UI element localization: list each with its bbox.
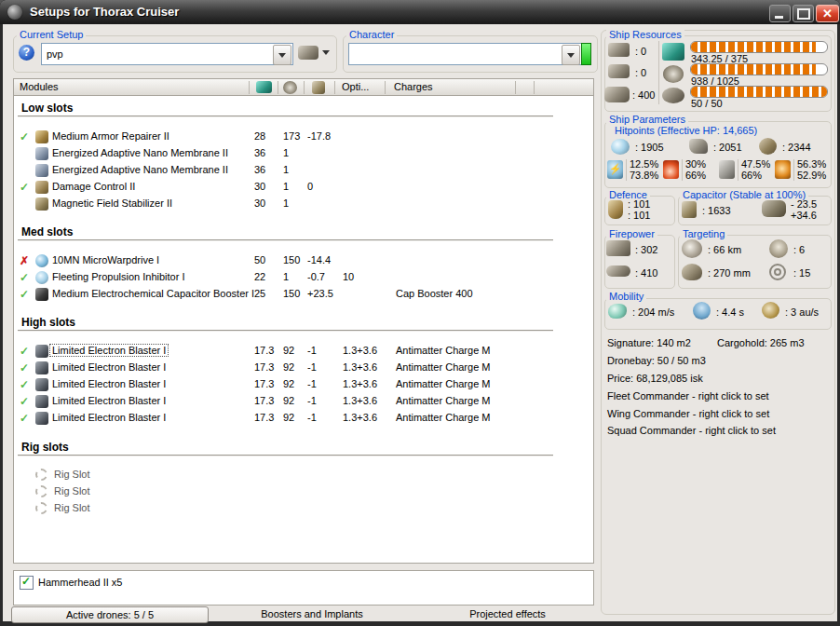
module-name: Medium Electrochemical Capacitor Booster… xyxy=(52,288,254,299)
module-row[interactable]: Medium Armor Repairer II 28 173 -17.8 xyxy=(14,129,591,145)
calibration-bar xyxy=(690,86,828,98)
character-label: Character xyxy=(346,29,397,40)
module-row[interactable]: Limited Electron Blaster I 17.3 92 -1 1.… xyxy=(14,376,591,393)
module-name: Limited Electron Blaster I xyxy=(52,412,166,423)
module-row[interactable]: Magnetic Field Stabilizer II 30 1 xyxy=(14,196,591,212)
active-check-icon xyxy=(20,181,31,194)
tab-boosters-implants[interactable]: Boosters and Implants xyxy=(224,608,400,619)
module-row[interactable]: Energized Adaptive Nano Membrane II 36 1 xyxy=(14,145,591,162)
ammo-icon xyxy=(604,87,630,102)
close-button[interactable] xyxy=(816,5,839,22)
drones-list[interactable]: Hammerhead II x5 xyxy=(13,570,594,606)
module-optimal: 1.3+3.6 xyxy=(343,412,377,423)
module-name: Limited Electron Blaster I xyxy=(52,395,166,406)
ship-menu-button[interactable] xyxy=(296,43,332,64)
ship-resources-label: Ship Resources xyxy=(606,29,684,40)
module-name: Energized Adaptive Nano Membrane II xyxy=(52,147,228,158)
modules-list[interactable]: Low slots Medium Armor Repairer II 28 17… xyxy=(13,95,594,564)
module-pg: 150 xyxy=(283,288,300,299)
modules-header[interactable]: Modules Opti... Charges xyxy=(13,78,594,96)
module-cap: -1 xyxy=(307,412,317,423)
powergrid-column-icon xyxy=(283,81,297,94)
module-charge: Antimatter Charge M xyxy=(396,412,490,423)
module-cap: 0 xyxy=(307,181,313,192)
squad-commander-info[interactable]: Squad Commander - right click to set xyxy=(607,425,776,436)
defence-shield-icon xyxy=(608,200,623,219)
module-optimal: 1.3+3.6 xyxy=(343,361,377,373)
module-pg: 1 xyxy=(283,181,289,192)
cpu-bar xyxy=(690,41,828,53)
module-optimal: 1.3+3.6 xyxy=(343,378,377,389)
turret-dps-icon xyxy=(606,240,630,256)
powergrid-icon xyxy=(663,65,684,83)
volley-icon xyxy=(606,265,630,277)
module-cpu: 17.3 xyxy=(254,378,274,389)
module-cpu: 36 xyxy=(254,147,265,158)
nano-membrane-icon xyxy=(35,147,48,160)
title-bar[interactable]: Setups for Thorax Cruiser xyxy=(0,0,840,24)
rig-slot-label: Rig Slot xyxy=(54,502,90,513)
module-row[interactable]: Fleeting Propulsion Inhibitor I 22 1 -0.… xyxy=(14,269,591,286)
module-row[interactable]: Limited Electron Blaster I 17.3 92 -1 1.… xyxy=(14,360,591,376)
armor-hp: : 2051 xyxy=(713,142,742,153)
tab-active-drones[interactable]: Active drones: 5 / 5 xyxy=(11,606,209,623)
shield-hp: : 1905 xyxy=(635,142,664,153)
module-optimal: 10 xyxy=(343,271,354,282)
fleet-commander-info[interactable]: Fleet Commander - right click to set xyxy=(607,390,769,401)
blaster-icon xyxy=(35,412,48,425)
module-cap: -17.8 xyxy=(307,130,331,142)
chevron-down-icon[interactable] xyxy=(562,45,580,65)
module-name: Limited Electron Blaster I xyxy=(52,361,166,373)
rig-slot-row[interactable]: Rig Slot xyxy=(14,500,591,517)
help-icon[interactable] xyxy=(19,45,34,61)
module-cpu: 17.3 xyxy=(254,345,274,356)
module-name: Limited Electron Blaster I xyxy=(50,345,168,356)
scan-resolution: : 270 mm xyxy=(708,267,751,279)
tab-projected-effects[interactable]: Projected effects xyxy=(428,608,587,619)
module-row[interactable]: Limited Electron Blaster I 17.3 92 -1 1.… xyxy=(14,410,591,427)
section-title-low-slots: Low slots xyxy=(21,102,73,115)
em-resist-icon xyxy=(607,160,623,179)
charges-column-label: Charges xyxy=(394,81,433,92)
maximize-button[interactable] xyxy=(793,5,814,22)
defence-values: : 101: 101 xyxy=(628,198,650,221)
module-row[interactable]: Limited Electron Blaster I 17.3 92 -1 1.… xyxy=(14,393,591,410)
kinetic-resist-icon xyxy=(719,160,735,179)
module-row[interactable]: Medium Electrochemical Capacitor Booster… xyxy=(14,286,591,303)
module-name: 10MN MicroWarpdrive I xyxy=(52,254,159,265)
drone-checkbox[interactable] xyxy=(20,576,34,590)
structure-icon xyxy=(759,138,777,155)
rig-slot-row[interactable]: Rig Slot xyxy=(14,483,591,500)
rig-slot-row[interactable]: Rig Slot xyxy=(14,467,591,483)
capacitor-label: Capacitor (Stable at 100%) xyxy=(680,189,808,200)
speed-icon xyxy=(608,304,627,319)
module-pg: 173 xyxy=(283,130,300,142)
setup-select[interactable]: pvp xyxy=(41,43,293,65)
minimize-button[interactable] xyxy=(769,5,791,22)
capacitor-column-icon xyxy=(312,81,325,94)
module-cap: +23.5 xyxy=(307,288,333,299)
module-charge: Antimatter Charge M xyxy=(396,395,490,406)
capacitor-amount: : 1633 xyxy=(702,205,731,216)
module-cap: -1 xyxy=(307,378,317,389)
wing-commander-info[interactable]: Wing Commander - right click to set xyxy=(607,408,769,419)
empty-rig-icon xyxy=(35,469,47,481)
targeting-label: Targeting xyxy=(680,228,727,239)
thermal-resist-icon xyxy=(663,160,679,179)
module-row[interactable]: Damage Control II 30 1 0 xyxy=(14,179,591,196)
module-row[interactable]: Limited Electron Blaster I 17.3 92 -1 1.… xyxy=(14,343,591,360)
cpu-column-icon xyxy=(256,81,272,93)
module-cpu: 50 xyxy=(254,254,265,265)
turret-hardpoint-icon xyxy=(608,43,630,57)
rig-slot-label: Rig Slot xyxy=(54,469,90,480)
active-check-icon xyxy=(20,288,31,301)
chevron-down-icon[interactable] xyxy=(273,45,291,65)
drone-label: Hammerhead II x5 xyxy=(38,577,122,588)
module-pg: 92 xyxy=(283,395,294,406)
module-row[interactable]: 10MN MicroWarpdrive I 50 150 -14.4 xyxy=(14,252,591,269)
module-row[interactable]: Energized Adaptive Nano Membrane II 36 1 xyxy=(14,162,591,179)
character-select[interactable] xyxy=(348,43,582,65)
module-pg: 92 xyxy=(283,361,294,373)
nano-membrane-icon xyxy=(35,164,48,177)
launcher-hardpoint-icon xyxy=(608,64,630,78)
